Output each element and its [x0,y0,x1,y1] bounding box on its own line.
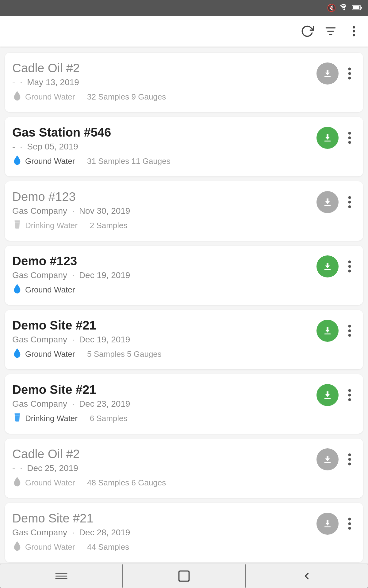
download-button[interactable] [316,448,339,470]
svg-point-21 [348,201,351,204]
card-subtitle: Gas Company · Dec 19, 2019 [12,270,312,280]
svg-rect-14 [324,141,331,141]
card-actions [316,126,356,149]
card-subtitle: Gas Company · Dec 19, 2019 [12,335,312,345]
wifi-icon [340,3,348,13]
card-content: Cadle Oil #2 - · Dec 25, 2019 Ground Wat… [12,447,312,489]
svg-point-25 [348,265,351,268]
samples-gauges: 48 Samples 6 Gauges [80,478,166,488]
list-item[interactable]: Demo #123 Gas Company · Dec 19, 2019 Gro… [5,246,363,305]
card-meta: Drinking Water 2 Samples [12,219,312,232]
mute-icon: 🔇 [327,4,336,12]
more-options-button[interactable] [347,24,361,38]
svg-point-38 [348,458,351,461]
card-actions [316,447,356,470]
svg-point-43 [348,527,351,530]
card-more-button[interactable] [343,388,356,402]
ground-water-icon [12,541,22,554]
recent-button[interactable] [245,564,368,588]
download-button[interactable] [316,191,339,213]
svg-rect-32 [324,398,331,399]
list-item[interactable]: Demo Site #21 Gas Company · Dec 28, 2019… [5,503,363,562]
card-title: Demo Site #21 [12,318,312,332]
download-button[interactable] [316,513,339,535]
svg-rect-51 [179,571,189,581]
card-actions [316,511,356,535]
card-more-button[interactable] [343,323,356,338]
svg-rect-3 [353,6,359,9]
drinking-water-icon [12,412,22,425]
card-more-button[interactable] [343,516,356,531]
card-title: Cadle Oil #2 [12,447,312,461]
ground-water-icon [12,348,22,361]
ground-water-icon [12,90,22,104]
samples-gauges: 31 Samples 11 Gauges [80,156,170,166]
list-item[interactable]: Gas Station #546 - · Sep 05, 2019 Ground… [5,117,363,176]
list-item[interactable]: Demo #123 Gas Company · Nov 30, 2019 Dri… [5,181,363,241]
card-meta: Ground Water 5 Samples 5 Gauges [12,348,312,361]
card-more-button[interactable] [343,130,356,145]
svg-rect-23 [324,269,331,270]
back-button[interactable] [0,564,123,588]
card-subtitle: Gas Company · Dec 28, 2019 [12,528,312,537]
svg-rect-40 [324,526,331,527]
download-button[interactable] [316,384,339,406]
svg-point-9 [353,34,355,36]
list-item[interactable]: Demo Site #21 Gas Company · Dec 23, 2019… [5,374,363,434]
list-item[interactable]: Cadle Oil #2 - · Dec 25, 2019 Ground Wat… [5,439,363,498]
card-more-button[interactable] [343,259,356,274]
svg-point-11 [348,68,351,70]
card-meta: Ground Water 32 Samples 9 Gauges [12,90,312,104]
card-meta: Ground Water [12,283,312,296]
card-more-button[interactable] [343,66,356,81]
list-item[interactable]: Cadle Oil #2 - · May 13, 2019 Ground Wat… [5,53,363,112]
samples-gauges: 5 Samples 5 Gauges [80,349,161,359]
water-type-label: Ground Water [25,542,75,552]
svg-point-35 [348,398,351,401]
download-button[interactable] [316,320,339,342]
card-subtitle: - · Dec 25, 2019 [12,463,312,473]
card-content: Gas Station #546 - · Sep 05, 2019 Ground… [12,126,312,168]
home-button[interactable] [123,564,245,588]
card-content: Cadle Oil #2 - · May 13, 2019 Ground Wat… [12,61,312,104]
svg-rect-19 [324,205,331,206]
svg-point-42 [348,522,351,525]
water-type-label: Ground Water [25,349,75,359]
card-subtitle: - · May 13, 2019 [12,77,312,87]
svg-point-33 [348,389,351,392]
svg-point-8 [353,30,355,32]
card-more-button[interactable] [343,195,356,209]
ground-water-icon [12,155,22,168]
download-button[interactable] [316,255,339,277]
bottom-nav [0,564,368,588]
svg-rect-27 [324,334,331,334]
app-bar [0,16,368,47]
card-title: Demo Site #21 [12,511,312,525]
samples-gauges: 32 Samples 9 Gauges [80,92,166,102]
svg-point-34 [348,394,351,397]
card-list: Cadle Oil #2 - · May 13, 2019 Ground Wat… [0,47,368,588]
download-button[interactable] [316,62,339,85]
svg-point-37 [348,454,351,456]
svg-point-30 [348,334,351,337]
card-content: Demo Site #21 Gas Company · Dec 19, 2019… [12,318,312,361]
samples-gauges: 6 Samples [83,414,128,423]
svg-point-12 [348,72,351,75]
download-button[interactable] [316,127,339,149]
card-more-button[interactable] [343,452,356,467]
svg-rect-36 [324,462,331,463]
card-actions [316,318,356,342]
refresh-button[interactable] [301,24,314,38]
card-title: Demo Site #21 [12,383,312,397]
card-title: Demo #123 [12,254,312,268]
battery-icon [352,4,362,12]
svg-point-24 [348,261,351,263]
list-item[interactable]: Demo Site #21 Gas Company · Dec 19, 2019… [5,310,363,369]
svg-point-26 [348,270,351,273]
filter-button[interactable] [324,24,337,38]
samples-gauges: 2 Samples [83,221,128,230]
svg-point-39 [348,463,351,466]
status-bar: 🔇 [0,0,368,16]
app-bar-actions [301,24,361,38]
card-meta: Ground Water 48 Samples 6 Gauges [12,476,312,489]
